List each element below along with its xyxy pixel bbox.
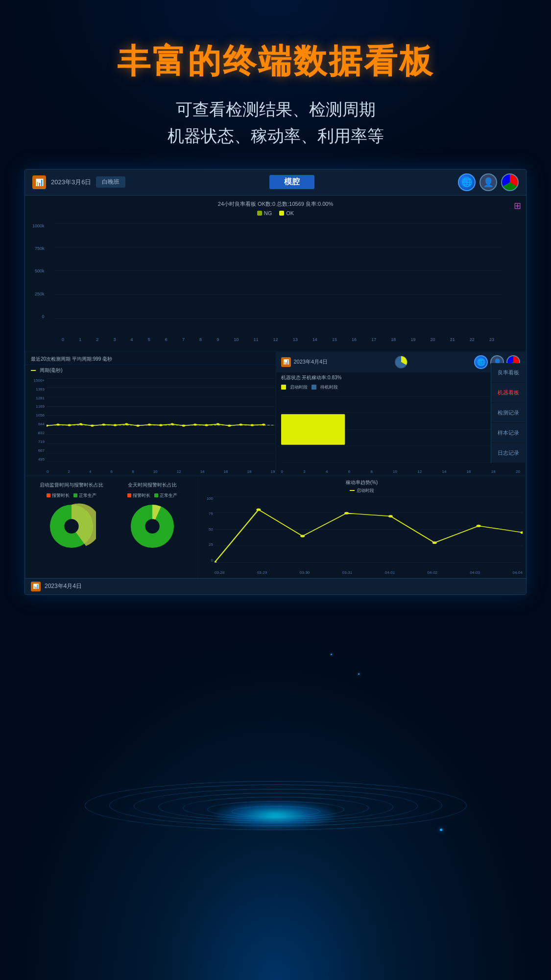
x-axis-labels: 0 1 2 3 4 5 6 7 8 9 10 11 12 13 [54, 337, 502, 342]
bar-chart-area: 1000k 750k 500k 250k 0 [30, 219, 521, 346]
pie-chart-1-svg [47, 502, 96, 551]
menu-item-log[interactable]: 日志记录 [491, 443, 525, 463]
line-legend-label: 周期(毫秒) [40, 367, 63, 374]
legend-ng: NG [257, 210, 272, 216]
trend-legend-dot [350, 490, 355, 491]
line-chart-panel: 最近20次检测周期 平均周期:999 毫秒 周期(毫秒) 1500+ 1393 … [26, 352, 275, 475]
trend-chart-svg-area: 100 75 50 25 0 [201, 496, 523, 575]
svg-point-29 [251, 424, 254, 426]
trend-chart-panel: 稼动率趋势(%) 启动时段 100 75 50 25 0 [198, 477, 525, 577]
machine-globe-icon[interactable]: 🌐 [474, 355, 488, 369]
svg-point-13 [68, 424, 71, 426]
bottom-area [0, 614, 551, 859]
sparkle-1 [331, 654, 332, 655]
svg-point-51 [388, 515, 393, 517]
legend-ok-dot [279, 211, 284, 216]
chart-legend: NG OK [30, 210, 521, 216]
trend-svg [215, 496, 523, 563]
legend-ng-dot [257, 211, 262, 216]
dashboard-mode[interactable]: 模腔 [269, 175, 314, 189]
pie-title-1: 启动监督时间与报警时长占比 [31, 482, 112, 489]
grid-view-icon[interactable]: ⊞ [514, 200, 521, 211]
dashboard-bottom-bar: 📊 2023年4月4日 [25, 578, 526, 594]
dashboard-icon: 📊 [32, 175, 46, 189]
charts-row2: 最近20次检测周期 平均周期:999 毫秒 周期(毫秒) 1500+ 1393 … [25, 351, 526, 476]
svg-point-52 [432, 541, 437, 544]
holo-glow [215, 801, 337, 830]
machine-date: 2023年4月4日 [294, 358, 328, 366]
menu-item-sample[interactable]: 样本记录 [491, 423, 525, 443]
svg-point-22 [170, 423, 173, 425]
line-chart-header: 最近20次检测周期 平均周期:999 毫秒 [26, 352, 275, 365]
dashboard-shift: 白晚班 [96, 176, 125, 188]
charts-row3: 启动监督时间与报警时长占比 报警时长 正常生产 [25, 476, 526, 578]
svg-point-28 [239, 423, 242, 425]
svg-point-21 [159, 424, 162, 426]
line-chart-svg-area: 1500+ 1393 1281 1169 1056 944 832 719 60… [26, 376, 275, 474]
hologram-container [80, 712, 472, 835]
bottom-bar-date: 2023年4月4日 [45, 582, 82, 590]
dashboard: 📊 2023年3月6日 白晚班 模腔 🌐 👤 24小时良率看板 OK数:0 总数… [24, 169, 527, 595]
svg-point-14 [79, 423, 82, 425]
avatar-icon[interactable]: 👤 [479, 173, 497, 191]
sub-title: 可查看检测结果、检测周期 机器状态、稼动率、利用率等 [29, 96, 522, 149]
svg-point-48 [256, 508, 261, 511]
trend-legend-label: 启动时段 [357, 488, 374, 494]
svg-point-15 [91, 424, 94, 426]
svg-point-47 [215, 561, 216, 563]
side-menu: 良率看板 机器看板 检测记录 样本记录 日志记录 [491, 363, 525, 463]
menu-item-detection[interactable]: 检测记录 [491, 403, 525, 423]
svg-point-30 [262, 423, 265, 425]
pie-panel-1: 启动监督时间与报警时长占比 报警时长 正常生产 [31, 482, 112, 551]
color-wheel-icon[interactable] [501, 173, 519, 191]
machine-bar-area: 0 2 4 6 8 10 12 14 16 18 20 [276, 392, 526, 475]
svg-point-49 [300, 535, 305, 537]
y-axis-labels: 1000k 750k 500k 250k 0 [32, 223, 45, 319]
dashboard-date: 2023年3月6日 [51, 178, 91, 187]
svg-point-41 [145, 519, 159, 533]
svg-point-50 [344, 512, 349, 514]
svg-point-17 [114, 424, 117, 426]
pie2-legend-warning [127, 493, 131, 497]
holo-ring-dot [440, 829, 442, 831]
line-legend-dot [31, 370, 36, 371]
svg-point-19 [136, 424, 139, 426]
grid-lines [54, 223, 502, 319]
svg-point-18 [125, 423, 128, 425]
svg-point-54 [521, 531, 523, 534]
bottom-bar-icon: 📊 [31, 582, 41, 591]
pie-mini-icon [394, 355, 408, 369]
legend-ok: OK [279, 210, 294, 216]
svg-point-23 [182, 424, 185, 426]
dashboard-header: 📊 2023年3月6日 白晚班 模腔 🌐 👤 [25, 170, 526, 196]
title-section: 丰富的终端数据看板 可查看检测结果、检测周期 机器状态、稼动率、利用率等 [0, 39, 551, 149]
svg-point-27 [228, 424, 231, 426]
menu-item-machine[interactable]: 机器看板 [491, 383, 525, 403]
line-chart-svg [47, 378, 275, 462]
pie-title-2: 全天时间报警时长占比 [112, 482, 192, 489]
bar-chart-inner: 1000k 750k 500k 250k 0 [54, 223, 502, 331]
svg-point-39 [64, 519, 78, 533]
top-chart-panel: 24小时良率看板 OK数:0 总数:10569 良率:0.00% NG OK ⊞… [25, 196, 526, 351]
trend-title: 稼动率趋势(%) [201, 479, 523, 486]
pie-chart-2-svg [128, 502, 177, 551]
pie1-legend-normal [73, 493, 77, 497]
line-chart-title: 最近20次检测周期 平均周期:999 毫秒 [31, 356, 112, 363]
main-title: 丰富的终端数据看板 [29, 39, 522, 84]
pie-panel-2: 全天时间报警时长占比 报警时长 正常生产 [112, 482, 192, 551]
svg-point-53 [477, 524, 481, 527]
menu-item-yield[interactable]: 良率看板 [491, 363, 525, 383]
svg-point-16 [102, 423, 105, 425]
machine-bar-svg [281, 396, 521, 463]
svg-point-12 [56, 423, 59, 425]
sparkle-2 [358, 673, 359, 675]
chart-top-title: 24小时良率看板 OK数:0 总数:10569 良率:0.00% [30, 200, 521, 208]
machine-icon: 📊 [281, 357, 291, 367]
machine-chart-title: 机器状态 开机稼动率:0.83% [276, 372, 526, 383]
svg-rect-37 [281, 414, 345, 444]
pie-charts-panel: 启动监督时间与报警时长占比 报警时长 正常生产 [26, 477, 197, 577]
svg-point-24 [193, 423, 196, 425]
pie2-legend-normal [154, 493, 158, 497]
globe-icon[interactable]: 🌐 [458, 173, 476, 191]
svg-point-20 [148, 423, 151, 425]
